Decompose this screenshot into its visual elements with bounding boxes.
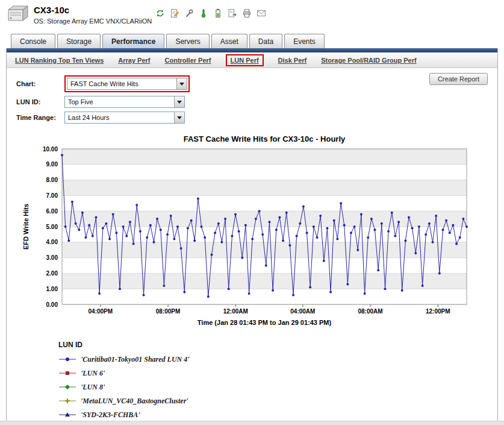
legend-entry: 'SYD-2K3-FCHBA' [58,409,497,420]
chart-svg: FAST Cache Write Hits for CX3-10c - Hour… [20,133,484,330]
svg-text:08:00AM: 08:00AM [358,308,382,315]
svg-text:7.00: 7.00 [46,192,58,199]
annotation-box-lun-perf: LUN Perf [226,54,264,66]
control-row-chart: Chart:FAST Cache Write Hits [16,75,488,92]
refresh-icon[interactable] [155,8,165,18]
page-subtitle: OS: Storage Array EMC VNX/CLARiiON [34,17,152,25]
legend-label: 'MetaLUN_VC40_BastogneCluster' [81,397,188,406]
svg-text:04:00AM: 04:00AM [290,308,315,315]
thermometer-icon[interactable] [199,8,208,18]
tab-storage[interactable]: Storage [57,34,101,48]
svg-text:1.00: 1.00 [46,286,58,292]
title-block: CX3-10c OS: Storage Array EMC VNX/CLARii… [34,5,152,25]
legend-marker-cross [58,395,76,406]
plot-area: 0.001.002.003.004.005.006.007.008.009.00… [43,146,468,315]
tab-performance[interactable]: Performance [102,34,164,48]
legend: LUN ID 'Curitiba01-Tokyo01 Shared LUN 4'… [58,341,497,420]
chevron-down-icon [179,83,184,86]
y-axis-label: EFD Write Hits [22,204,30,250]
svg-text:12:00PM: 12:00PM [426,308,450,315]
subnav: LUN Ranking Top Ten ViewsArray PerfContr… [7,52,497,68]
svg-text:3.00: 3.00 [46,254,58,261]
subnav-link-controller-perf[interactable]: Controller Perf [165,57,211,64]
svg-text:0.00: 0.00 [46,301,58,308]
tabs: ConsoleStoragePerformanceServersAssetDat… [11,34,504,48]
subnav-link-disk-perf[interactable]: Disk Perf [278,57,307,64]
toolbar [155,8,266,18]
annotation-box-chart-dropdown: FAST Cache Write Hits [64,75,190,92]
tab-asset[interactable]: Asset [211,34,247,48]
svg-text:6.00: 6.00 [46,208,58,215]
export-icon[interactable] [228,8,237,18]
legend-entry: 'MetaLUN_VC40_BastogneCluster' [58,395,497,406]
time-range-dropdown-value: Last 24 Hours [68,114,109,121]
chart-label: Chart: [16,80,64,87]
chevron-down-icon [177,101,182,104]
svg-text:4.00: 4.00 [46,239,58,245]
time-range-label: Time Range: [16,114,64,121]
control-row-time-range: Time Range:Last 24 Hours [16,112,488,124]
svg-text:10.00: 10.00 [43,146,58,153]
legend-marker-diamond [58,382,76,392]
svg-text:2.00: 2.00 [46,270,58,277]
svg-text:04:00PM: 04:00PM [89,308,113,315]
svg-text:5.00: 5.00 [46,224,58,230]
chart-dropdown-value: FAST Cache Write Hits [70,80,138,87]
page: CX3-10c OS: Storage Array EMC VNX/CLARii… [0,0,504,425]
storage-array-icon [5,5,29,27]
lun-id-dropdown[interactable]: Top Five [64,96,185,108]
legend-entry: 'LUN 6' [58,368,497,379]
subnav-link-lun-ranking-top-ten-views[interactable]: LUN Ranking Top Ten Views [15,57,104,64]
chart-title: FAST Cache Write Hits for CX3-10c - Hour… [184,134,346,143]
print-icon[interactable] [242,8,252,18]
legend-marker-circle [58,354,76,365]
email-icon[interactable] [257,8,266,18]
chart-dropdown[interactable]: FAST Cache Write Hits [67,78,187,90]
tab-data[interactable]: Data [249,34,282,48]
edit-report-icon[interactable] [170,8,179,18]
control-rows: Chart:FAST Cache Write HitsLUN ID:Top Fi… [16,75,488,124]
legend-label: 'LUN 8' [81,383,105,392]
time-range-dropdown[interactable]: Last 24 Hours [64,112,185,124]
control-row-lun-id: LUN ID:Top Five [16,96,488,108]
legend-marker-triangle [58,409,76,420]
svg-text:8.00: 8.00 [46,177,58,183]
dropdown-arrow-button[interactable] [174,96,184,107]
subnav-link-array-perf[interactable]: Array Perf [118,57,150,64]
legend-title: LUN ID [58,341,497,349]
subnav-link-lun-perf[interactable]: LUN Perf [231,57,259,64]
subnav-link-storage-pool-raid-group-perf[interactable]: Storage Pool/RAID Group Perf [321,57,416,64]
create-report-button[interactable]: Create Report [429,73,488,85]
tools-icon[interactable] [184,8,194,18]
svg-text:12:00AM: 12:00AM [223,308,248,315]
lun-id-dropdown-value: Top Five [68,98,93,105]
tab-servers[interactable]: Servers [166,34,209,48]
tab-accent-bar [7,48,497,52]
chart: FAST Cache Write Hits for CX3-10c - Hour… [20,133,497,332]
legend-entries: 'Curitiba01-Tokyo01 Shared LUN 4''LUN 6'… [58,354,497,420]
legend-entry: 'LUN 8' [58,382,497,392]
legend-entry: 'Curitiba01-Tokyo01 Shared LUN 4' [58,354,497,365]
dropdown-arrow-button[interactable] [176,78,187,89]
chevron-down-icon [177,116,182,119]
lun-id-label: LUN ID: [16,98,64,105]
content-box: LUN Ranking Top Ten ViewsArray PerfContr… [6,48,498,425]
tab-console[interactable]: Console [11,34,55,48]
svg-text:9.00: 9.00 [46,161,58,168]
window-bottom-strip [0,421,504,425]
legend-label: 'LUN 6' [81,369,105,378]
legend-label: 'SYD-2K3-FCHBA' [81,411,140,420]
page-title: CX3-10c [34,5,152,15]
tab-events[interactable]: Events [284,34,325,48]
legend-label: 'Curitiba01-Tokyo01 Shared LUN 4' [81,355,190,364]
x-axis-label: Time (Jan 28 01:43 PM to Jan 29 01:43 PM… [198,319,332,326]
controls: Chart:FAST Cache Write HitsLUN ID:Top Fi… [7,68,497,128]
header: CX3-10c OS: Storage Array EMC VNX/CLARii… [0,0,504,31]
legend-marker-square [58,368,76,379]
dropdown-arrow-button[interactable] [174,112,184,123]
svg-text:08:00PM: 08:00PM [156,308,181,315]
battery-icon[interactable] [213,8,223,18]
